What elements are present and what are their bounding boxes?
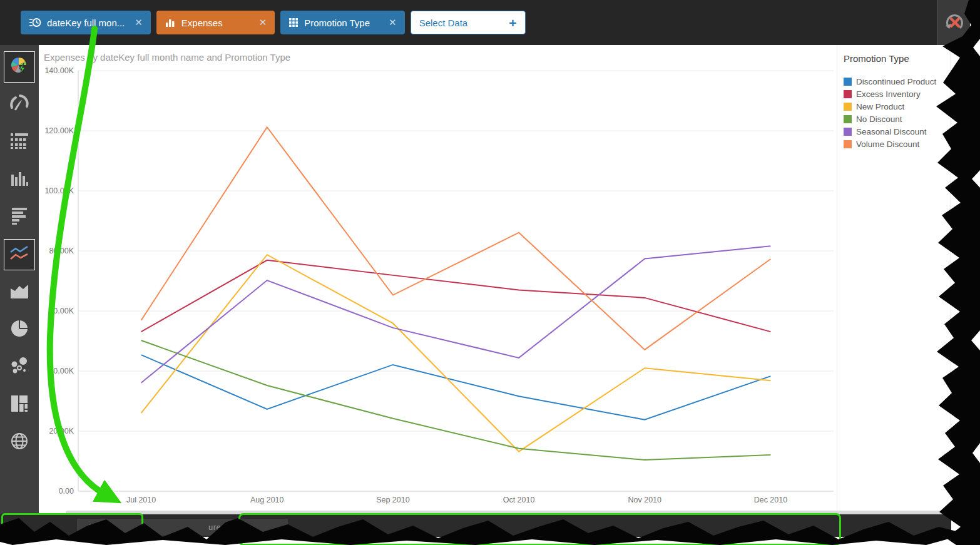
annotation-highlight-left — [1, 513, 143, 539]
grid-table-icon — [9, 131, 29, 153]
series-line-no-discount — [141, 340, 771, 460]
measure-bars-icon — [165, 17, 176, 28]
legend-item[interactable]: No Discount — [844, 113, 951, 125]
legend-label: No Discount — [856, 115, 902, 124]
legend-swatch — [844, 90, 852, 98]
sidebar-item-area-chart[interactable] — [4, 277, 35, 308]
pie-chart-icon — [9, 318, 29, 341]
globe-icon — [9, 431, 29, 454]
close-icon[interactable]: ✕ — [135, 17, 143, 28]
series-line-seasonal-discount — [141, 246, 771, 382]
sidebar-item-bar-chart[interactable] — [4, 201, 35, 233]
chip-promotion-type[interactable]: Promotion Type ✕ — [280, 11, 404, 34]
sidebar-item-treemap-chart[interactable] — [4, 389, 35, 420]
y-tick-label: 100.00K — [44, 186, 74, 195]
series-line-excess-inventory — [141, 260, 771, 332]
legend-swatch — [844, 103, 852, 111]
x-tick-label: Oct 2010 — [503, 496, 535, 504]
bottom-tab-label-fragment: urera — [208, 522, 229, 532]
legend-item[interactable]: Seasonal Discount — [844, 125, 951, 138]
plus-icon[interactable]: + — [509, 16, 516, 29]
app-window: dateKey full mon... ✕ Expenses ✕ — [0, 0, 980, 545]
legend-item[interactable]: Discontinued Product — [844, 75, 951, 88]
legend-swatch — [844, 115, 852, 123]
x-tick-label: Jul 2010 — [126, 496, 156, 504]
legend-title: Promotion Type — [844, 53, 951, 64]
chart-panel: Expenses by dateKey full month name and … — [39, 45, 837, 510]
chip-expenses[interactable]: Expenses ✕ — [156, 11, 275, 34]
y-tick-label: 140.00K — [44, 66, 74, 75]
chip-label: Promotion Type — [304, 18, 370, 28]
close-icon[interactable]: ✕ — [259, 17, 267, 28]
select-data-chip[interactable]: Select Data + — [411, 11, 526, 34]
sidebar-item-grid-table[interactable] — [4, 126, 35, 158]
data-drop-zone-bar: dateKey full mon... ✕ Expenses ✕ — [0, 0, 951, 45]
chip-label: Expenses — [181, 18, 223, 28]
bar-chart-icon — [9, 206, 29, 228]
y-tick-label: 40.00K — [49, 367, 74, 375]
legend-swatch — [844, 78, 852, 86]
close-icon[interactable]: ✕ — [389, 17, 397, 28]
chip-datekey-full-month[interactable]: dateKey full mon... ✕ — [21, 11, 151, 34]
cancel-refresh-icon[interactable] — [937, 0, 970, 45]
legend-label: New Product — [856, 102, 904, 111]
legend-panel: Promotion Type Discontinued Product Exce… — [837, 45, 951, 510]
legend-label: Seasonal Discount — [856, 127, 927, 136]
scatter-chart-icon — [9, 356, 29, 379]
y-tick-label: 80.00K — [49, 247, 74, 255]
column-chart-icon — [9, 168, 29, 191]
area-chart-icon — [9, 281, 29, 303]
treemap-icon — [9, 394, 29, 416]
dimension-grid-icon — [288, 18, 299, 28]
y-tick-label: 20.00K — [49, 427, 74, 435]
y-tick-label: 120.00K — [44, 126, 74, 135]
select-data-label: Select Data — [419, 18, 468, 28]
legend-swatch — [844, 140, 852, 148]
legend-label: Excess Inventory — [856, 89, 921, 99]
legend-item[interactable]: New Product — [844, 100, 951, 113]
legend-items: Discontinued Product Excess Inventory Ne… — [844, 75, 951, 150]
y-tick-label: 0.00 — [59, 487, 74, 496]
legend-label: Volume Discount — [856, 140, 919, 149]
x-tick-label: Dec 2010 — [754, 496, 788, 504]
sidebar-item-map-globe[interactable] — [4, 427, 35, 458]
legend-item[interactable]: Volume Discount — [844, 138, 951, 150]
sidebar-item-gauge-chart[interactable] — [4, 89, 35, 120]
legend-label: Discontinued Product — [856, 77, 936, 86]
sidebar-item-column-chart[interactable] — [4, 164, 35, 195]
line-chart-icon — [8, 242, 31, 267]
date-hierarchy-icon — [29, 16, 41, 29]
sidebar-item-scatter-chart[interactable] — [4, 352, 35, 383]
sidebar-item-line-chart[interactable] — [4, 239, 35, 270]
annotation-highlight-right — [238, 513, 841, 545]
x-tick-label: Aug 2010 — [250, 496, 284, 504]
chip-label: dateKey full mon... — [47, 18, 125, 28]
y-tick-label: 60.00K — [49, 307, 74, 315]
x-tick-label: Nov 2010 — [628, 496, 661, 504]
line-chart-plot[interactable]: 0.0020.00K40.00K60.00K80.00K100.00K120.0… — [39, 45, 837, 510]
legend-swatch — [844, 128, 852, 136]
x-tick-label: Sep 2010 — [376, 496, 410, 504]
sidebar-item-pie-chart[interactable] — [4, 314, 35, 345]
sidebar-item-auto-recommend-chart[interactable] — [4, 51, 35, 83]
legend-item[interactable]: Excess Inventory — [844, 88, 951, 100]
chart-type-sidebar — [0, 45, 39, 533]
gauge-icon — [9, 93, 30, 116]
series-line-new-product — [141, 255, 771, 451]
auto-chart-icon — [9, 55, 30, 79]
series-line-volume-discount — [141, 127, 771, 350]
